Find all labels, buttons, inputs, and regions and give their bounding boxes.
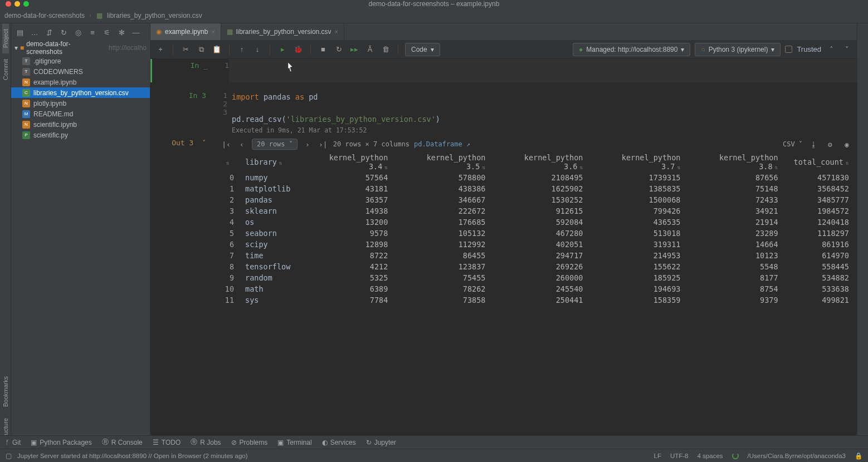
table-row[interactable]: 10math6389782622455401946938754533638 [216,283,857,294]
tool-todo[interactable]: ☰TODO [153,439,181,446]
kernel-pill[interactable]: ○ Python 3 (ipykernel) ▾ [695,43,781,56]
expand-all-icon[interactable]: ⇵ [43,27,55,38]
sort-icon[interactable]: ≡ [87,27,98,38]
column-header[interactable]: kernel_python 3.5⇅ [396,152,493,172]
column-header[interactable]: total_count⇅ [786,152,857,172]
tool-jupyter[interactable]: ↻Jupyter [366,439,396,446]
project-root[interactable]: ▾ ■ demo-data-for-screenshots http://loc… [11,41,150,55]
tool-bookmarks[interactable]: Bookmarks [2,371,9,412]
copy-icon[interactable]: ⧉ [196,44,207,55]
file-codeowners[interactable]: TCODEOWNERS [11,66,150,77]
eye-icon[interactable]: ◉ [841,139,852,150]
trusted-checkbox[interactable] [785,46,792,53]
cell-1[interactable]: In 3 1 2 3 import pandas as pd pd.read_c… [150,89,857,136]
table-row[interactable]: 8tensorflow42121238372692261556225548558… [216,261,857,272]
code-editor[interactable]: import pandas as pd pd.read_csv('librari… [227,89,857,136]
status-message[interactable]: Jupyter Server started at http://localho… [17,453,248,459]
cell-0[interactable]: In _ 1 [150,59,857,82]
next-page-icon[interactable]: › [302,139,313,150]
rows-pill[interactable]: 20 rows ˅ [252,139,298,150]
file-example-ipynb[interactable]: Nexample.ipynb [11,77,150,87]
clear-icon[interactable]: 🗑 [380,44,391,55]
move-up-icon[interactable]: ↑ [236,44,247,55]
prev-page-icon[interactable]: ‹ [236,139,247,150]
right-gutter [857,23,868,449]
breadcrumb-file[interactable]: libraries_by_python_version.csv [107,12,202,19]
run-icon[interactable]: ▸ [277,44,288,55]
close-traffic-light[interactable] [6,1,11,7]
table-row[interactable]: 4os13200176685592084436535219141240418 [216,217,857,228]
tab-example-ipynb[interactable]: ◉ example.ipynb × [150,23,221,40]
event-icon[interactable]: ▢ [6,452,12,460]
tool-r-console[interactable]: ⓇR Console [102,438,143,447]
column-header[interactable]: kernel_python 3.6⇅ [493,152,591,172]
breadcrumb-project[interactable]: demo-data-for-screenshots [4,12,85,19]
column-header[interactable]: kernel_python 3.7⇅ [591,152,688,172]
tool-problems[interactable]: ⊘Problems [231,439,268,446]
paste-icon[interactable]: 📋 [211,44,222,55]
table-row[interactable]: 0numpy5756457880021084951739315876564571… [216,172,857,183]
encoding[interactable]: UTF-8 [670,453,689,459]
file-readme[interactable]: MREADME.md [11,109,150,119]
dataframe-table[interactable]: ⇅library⇅kernel_python 3.4⇅kernel_python… [216,152,857,306]
close-icon[interactable]: × [211,28,214,35]
tool-services[interactable]: ◐Services [322,439,356,446]
last-page-icon[interactable]: ›| [318,139,329,150]
file-libraries-csv[interactable]: Clibraries_by_python_version.csv [11,87,150,98]
table-row[interactable]: 11sys7784738582504411583599379499821 [216,294,857,306]
tool-r-jobs[interactable]: ⓇR Jobs [191,438,221,447]
collapse-icon[interactable]: — [130,27,142,38]
vars-icon[interactable]: Å [364,44,376,55]
cell-type-select[interactable]: Code ▾ [405,43,440,56]
tab-libraries-csv[interactable]: ▦ libraries_by_python_version.csv × [221,23,344,40]
move-down-icon[interactable]: ↓ [252,44,263,55]
sync-icon[interactable]: ↻ [58,27,69,38]
restart-icon[interactable]: ↻ [333,44,344,55]
add-cell-icon[interactable]: + [155,44,166,55]
column-header[interactable]: library⇅ [237,152,298,172]
server-pill[interactable]: ● Managed: http://localhost:8890 ▾ [573,43,690,56]
zoom-traffic-light[interactable] [23,1,29,7]
line-ending[interactable]: LF [654,453,661,459]
tool-git[interactable]: ᚶGit [6,439,21,446]
table-row[interactable]: 6scipy1289811299240205131931114664861916 [216,239,857,250]
file-scientific-ipynb[interactable]: Nscientific.ipynb [11,119,150,130]
chevron-down-icon[interactable]: ˅ [841,44,852,55]
column-header[interactable]: kernel_python 3.4⇅ [298,152,396,172]
more-icon[interactable]: … [29,27,40,38]
download-icon[interactable]: ⭳ [808,139,819,150]
close-icon[interactable]: × [335,28,338,35]
table-row[interactable]: 5seaborn95781051324672805130182328911182… [216,228,857,239]
table-row[interactable]: 2pandas363573466671530252150006872433348… [216,194,857,205]
tool-python-packages[interactable]: ▣Python Packages [31,439,91,446]
file-scientific-py[interactable]: Pscientific.py [11,130,150,140]
minimize-traffic-light[interactable] [14,1,20,7]
tool-project[interactable]: Project [2,23,9,53]
table-row[interactable]: 1matplotlib43181438386162590213858357514… [216,183,857,194]
lock-icon[interactable]: 🔒 [855,452,862,460]
debug-icon[interactable]: 🐞 [292,44,304,55]
indent[interactable]: 4 spaces [698,453,723,459]
tool-terminal[interactable]: ▣Terminal [277,439,311,446]
cut-icon[interactable]: ✂ [180,44,191,55]
tool-commit[interactable]: Commit [2,53,9,86]
table-row[interactable]: 3sklearn14938222672912615799426349211984… [216,205,857,217]
stop-icon[interactable]: ■ [318,44,329,55]
filter-icon[interactable]: ⚟ [101,27,113,38]
settings-icon[interactable]: ✻ [116,27,127,38]
chevron-up-icon[interactable]: ˄ [826,44,837,55]
table-row[interactable]: 7time87228645529471721495310123614970 [216,250,857,261]
code-editor[interactable] [229,59,857,82]
project-select-icon[interactable]: ▤ [14,27,26,38]
file-gitignore[interactable]: T.gitignore [11,56,150,66]
gear-icon[interactable]: ⚙ [825,139,836,150]
column-header[interactable]: kernel_python 3.8⇅ [689,152,786,172]
run-all-icon[interactable]: ▸▸ [349,44,360,55]
first-page-icon[interactable]: |‹ [221,139,232,150]
file-plotly-ipynb[interactable]: Nplotly.ipynb [11,98,150,109]
dataframe-link[interactable]: pd.Dataframe ↗ [414,140,470,148]
interpreter[interactable]: /Users/Ciara.Byrne/opt/anaconda3 [748,453,846,459]
target-icon[interactable]: ◎ [72,27,84,38]
table-row[interactable]: 9random5325754552600001859258177534882 [216,272,857,283]
export-csv[interactable]: CSV ˅ [783,140,802,148]
